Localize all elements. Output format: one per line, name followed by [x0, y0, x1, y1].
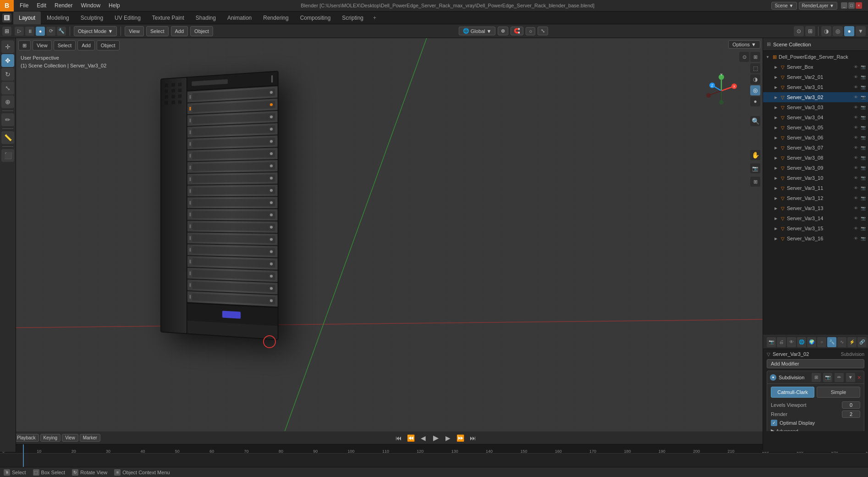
viewport-shading-global[interactable]: 🌐 Global ▼: [459, 27, 496, 35]
view-toggle-icon[interactable]: 👁: [852, 104, 859, 111]
tree-item[interactable]: ▶ ▽ Server_Var3_09 👁 📷: [763, 163, 868, 173]
pan-btn[interactable]: ✋: [750, 150, 760, 160]
add-menu[interactable]: Add: [171, 26, 188, 36]
prop-tab-render[interactable]: 📷: [767, 337, 776, 347]
prop-tab-physics[interactable]: ⚡: [847, 337, 857, 347]
tree-item[interactable]: ▶ ▽ Server_Var2_01 👁 📷: [763, 72, 868, 82]
tab-rendering[interactable]: Rendering: [258, 11, 294, 24]
view-menu[interactable]: View: [125, 26, 144, 36]
advanced-row[interactable]: ▶ Advanced: [771, 428, 860, 431]
view-toggle-icon[interactable]: 👁: [852, 165, 859, 171]
zoom-in-btn[interactable]: 🔍: [750, 116, 760, 126]
vp-object-menu[interactable]: Object: [97, 40, 120, 50]
view-toggle-icon[interactable]: 👁: [852, 195, 859, 201]
toolbar-icon-5[interactable]: 🔧: [57, 27, 66, 36]
render-toggle-icon[interactable]: 📷: [860, 195, 866, 201]
rendered-shading-btn[interactable]: ●: [844, 26, 854, 36]
simple-btn[interactable]: Simple: [817, 387, 860, 398]
render-toggle-icon[interactable]: 📷: [860, 185, 866, 191]
jump-start-btn[interactable]: ⏮: [394, 433, 404, 443]
tree-item[interactable]: ▶ ▽ Server_Var3_12 👁 📷: [763, 193, 868, 203]
add-workspace-button[interactable]: +: [369, 13, 380, 23]
catmull-clark-btn[interactable]: Catmull-Clark: [771, 387, 814, 398]
menu-help[interactable]: Help: [105, 1, 124, 10]
camera-btn[interactable]: 📷: [750, 163, 760, 173]
render-toggle-icon[interactable]: 📷: [860, 134, 866, 141]
status-object-context[interactable]: ≡ Object Context Menu: [114, 469, 170, 476]
prev-frame-btn[interactable]: ⏪: [406, 433, 416, 443]
tab-animation[interactable]: Animation: [222, 11, 257, 24]
tree-item[interactable]: ▶ ▽ Server_Var3_10 👁 📷: [763, 173, 868, 183]
proportional-btn[interactable]: ○: [526, 27, 535, 35]
vp-xray-icon[interactable]: ⊞: [750, 52, 760, 62]
vp-select-menu[interactable]: Select: [54, 40, 76, 50]
render-toggle-icon[interactable]: 📷: [860, 84, 866, 90]
render-toggle-icon[interactable]: 📷: [860, 124, 866, 131]
add-cube-tool[interactable]: ⬛: [1, 149, 14, 162]
toolbar-icon-1[interactable]: ▷: [15, 27, 24, 36]
next-keyframe-btn[interactable]: ▶: [443, 433, 453, 443]
tab-uv-editing[interactable]: UV Editing: [109, 11, 146, 24]
prev-keyframe-btn[interactable]: ◀: [418, 433, 429, 443]
modifier-card-header[interactable]: ● Subdivision ⊞ 📷 ✏ ▼ ×: [767, 371, 864, 384]
tree-item[interactable]: ▶ ▽ Server_Var3_16 👁 📷: [763, 233, 868, 244]
status-select[interactable]: 🖱 Select: [4, 469, 26, 476]
render-toggle-icon[interactable]: 📷: [860, 74, 866, 80]
levels-viewport-value[interactable]: 0: [842, 401, 860, 409]
origin-btn[interactable]: ⊕: [498, 27, 508, 35]
shading-solid[interactable]: ◑: [750, 74, 760, 84]
modifier-render-btn[interactable]: 📷: [823, 373, 832, 382]
vp-editor-type[interactable]: ⊞: [18, 40, 31, 50]
tree-item[interactable]: ▶ ▽ Server_Var3_03 👁 📷: [763, 102, 868, 112]
view-toggle-icon[interactable]: 👁: [852, 94, 859, 100]
viewport-overlays-btn[interactable]: ⊙: [794, 26, 804, 36]
solid-shading-btn[interactable]: ◑: [821, 26, 831, 36]
close-button[interactable]: ×: [856, 2, 862, 9]
prop-tab-constraints[interactable]: 🔗: [857, 337, 867, 347]
keying-menu[interactable]: Keying: [40, 434, 61, 442]
marker-menu[interactable]: Marker: [80, 434, 100, 442]
tab-scripting[interactable]: Scripting: [336, 11, 369, 24]
tab-shading[interactable]: Shading: [190, 11, 221, 24]
modifier-realtime-btn[interactable]: ⊞: [812, 373, 821, 382]
toolbar-icon-3[interactable]: ●: [36, 27, 45, 36]
tree-item[interactable]: ▶ ▽ Server_Var3_14 👁 📷: [763, 213, 868, 223]
tree-item[interactable]: ▶ ▽ Server_Var3_01 👁 📷: [763, 82, 868, 92]
shading-rendered[interactable]: ●: [750, 96, 760, 106]
view-toggle-icon[interactable]: 👁: [852, 144, 859, 151]
vp-add-menu[interactable]: Add: [77, 40, 95, 50]
move-tool[interactable]: ✥: [1, 54, 14, 67]
cursor-tool[interactable]: ✛: [1, 40, 14, 53]
add-modifier-button[interactable]: Add Modifier: [767, 359, 864, 368]
status-box-select[interactable]: ⬚ Box Select: [33, 469, 66, 476]
scene-selector[interactable]: Scene ▼: [771, 2, 797, 10]
toolbar-icon-4[interactable]: ⟳: [46, 27, 55, 36]
render-toggle-icon[interactable]: 📷: [860, 64, 866, 70]
prop-tab-output[interactable]: 🖨: [777, 337, 786, 347]
next-frame-btn[interactable]: ⏩: [456, 433, 466, 443]
render-toggle-icon[interactable]: 📷: [860, 205, 866, 211]
view-toggle-icon[interactable]: 👁: [852, 124, 859, 131]
object-menu[interactable]: Object: [190, 26, 213, 36]
transform-btn[interactable]: ⤡: [538, 27, 548, 35]
rotate-tool[interactable]: ↻: [1, 68, 14, 81]
tree-item[interactable]: ▶ ▽ Server_Var3_06 👁 📷: [763, 133, 868, 143]
prop-tab-modifier[interactable]: 🔧: [827, 337, 836, 347]
tree-item[interactable]: ▶ ▽ Server_Var3_07 👁 📷: [763, 143, 868, 153]
view-toggle-icon[interactable]: 👁: [852, 215, 859, 222]
scale-tool[interactable]: ⤡: [1, 82, 14, 94]
minimize-button[interactable]: _: [841, 2, 847, 9]
status-rotate-view[interactable]: ↻ Rotate View: [72, 469, 107, 476]
tab-compositing[interactable]: Compositing: [295, 11, 336, 24]
menu-render[interactable]: Render: [51, 1, 76, 10]
jump-end-btn[interactable]: ⏭: [468, 433, 478, 443]
view-toggle-icon[interactable]: 👁: [852, 114, 859, 121]
prop-tab-view[interactable]: 👁: [787, 337, 796, 347]
tree-item[interactable]: ▶ ▽ Server_Var3_05 👁 📷: [763, 122, 868, 133]
menu-window[interactable]: Window: [77, 1, 104, 10]
render-toggle-icon[interactable]: 📷: [860, 225, 866, 232]
render-toggle-icon[interactable]: 📷: [860, 175, 866, 181]
measure-tool[interactable]: 📏: [1, 131, 14, 144]
tree-item[interactable]: ▶ ▽ Server_Var3_08 👁 📷: [763, 153, 868, 163]
prop-tab-world[interactable]: 🌍: [807, 337, 816, 347]
